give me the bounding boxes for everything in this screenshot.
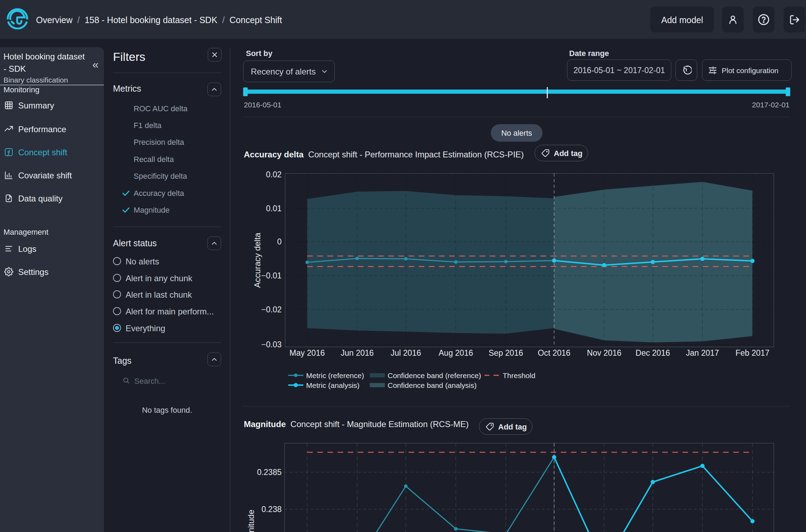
svg-text:Metric (reference): Metric (reference) xyxy=(306,371,364,380)
svg-text:−0.02: −0.02 xyxy=(261,305,282,314)
svg-text:Oct 2016: Oct 2016 xyxy=(538,348,570,357)
svg-text:Accuracy delta: Accuracy delta xyxy=(253,233,262,288)
svg-text:Confidence band (reference): Confidence band (reference) xyxy=(388,371,481,380)
svg-text:0: 0 xyxy=(277,237,282,246)
svg-text:Metric (analysis): Metric (analysis) xyxy=(306,381,360,389)
svg-text:Nov 2016: Nov 2016 xyxy=(587,348,621,357)
svg-text:Threshold: Threshold xyxy=(503,371,535,380)
svg-text:0.01: 0.01 xyxy=(266,204,282,213)
svg-text:Dec 2016: Dec 2016 xyxy=(636,348,670,357)
svg-text:Aug 2016: Aug 2016 xyxy=(439,348,473,357)
svg-text:−0.01: −0.01 xyxy=(261,271,282,280)
svg-text:Magnitude: Magnitude xyxy=(246,510,256,532)
svg-text:Feb 2017: Feb 2017 xyxy=(735,348,769,357)
svg-text:0.02: 0.02 xyxy=(266,170,282,179)
svg-text:Confidence band (analysis): Confidence band (analysis) xyxy=(388,381,476,389)
svg-text:0.238: 0.238 xyxy=(261,505,282,514)
svg-text:May 2016: May 2016 xyxy=(289,348,325,357)
svg-text:−0.03: −0.03 xyxy=(261,340,282,349)
svg-text:Jul 2016: Jul 2016 xyxy=(391,348,421,357)
svg-text:Jan 2017: Jan 2017 xyxy=(686,348,719,357)
svg-text:Jun 2016: Jun 2016 xyxy=(341,348,374,357)
svg-text:0.2385: 0.2385 xyxy=(257,468,282,477)
svg-text:Sep 2016: Sep 2016 xyxy=(489,348,523,357)
